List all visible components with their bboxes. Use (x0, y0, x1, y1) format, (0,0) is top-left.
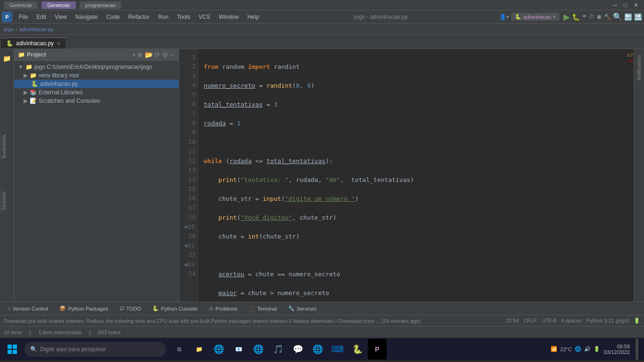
tree-item-adivinhacao[interactable]: 🐍 adivinhacao.py (14, 80, 179, 88)
bookmarks-label[interactable]: Bookmarks (0, 132, 8, 161)
project-view-icon[interactable]: 📁 (1, 53, 13, 64)
expand-icon-venv: ▶ (24, 72, 28, 79)
tree-item-ext-libs[interactable]: ▶ 📚 External Libraries (14, 88, 179, 97)
browser2-icon[interactable]: 🌐 (308, 339, 327, 360)
expand-icon-extlibs: ▶ (24, 89, 28, 96)
code-line-2: numero_secreto = randint(0, 9) (204, 81, 620, 90)
debug-button[interactable]: 🐛 (572, 13, 580, 21)
title-tab-1[interactable]: Gerenciar (4, 1, 38, 9)
search-button[interactable]: 🔍 (613, 12, 622, 21)
structure-label[interactable]: Structure (0, 189, 8, 214)
editor-area: 1 2 3 4 5 6 7 8 9 10 11 12 13 14 15 16 1… (179, 49, 634, 302)
menu-edit[interactable]: Edit (33, 13, 50, 21)
wifi-icon[interactable]: 📶 (551, 346, 557, 352)
expand-icon: ▼ (18, 64, 24, 70)
version-control-tab[interactable]: ⑂ Version Control (4, 305, 52, 313)
menu-file[interactable]: File (15, 13, 32, 21)
breadcrumb-file[interactable]: adivinhacao.py (19, 26, 53, 32)
tab-close-button[interactable]: ✕ (57, 41, 60, 46)
clock[interactable]: 09:58 03/12/2022 (604, 344, 630, 355)
start-button[interactable] (2, 339, 23, 360)
python-app-icon[interactable]: 🐍 (348, 339, 367, 360)
volume-icon[interactable]: 🔊 (584, 346, 591, 352)
tree-item-venv[interactable]: ▶ 📁 venv library root (14, 71, 179, 80)
tree-label-adivinhacao: adivinhacao.py (40, 81, 78, 87)
file-explorer-icon[interactable]: 📁 (190, 339, 208, 360)
todo-tab[interactable]: ☑ TODO (116, 304, 145, 313)
menu-code[interactable]: Code (102, 13, 124, 21)
branch-icon: ⑂ (8, 306, 11, 312)
build-button[interactable]: 🔨 (604, 14, 611, 20)
edge-icon[interactable]: 🌐 (209, 339, 228, 360)
taskbar-search[interactable]: 🔍 Digite aqui para pesquisar (25, 342, 166, 357)
terminal-tab[interactable]: ⬛ Terminal (245, 304, 281, 313)
back-button[interactable]: 🔙 (624, 13, 632, 21)
services-tab[interactable]: 🔧 Services (284, 304, 320, 313)
new-folder-btn[interactable]: 📂 (145, 51, 153, 58)
indent-setting[interactable]: 4 spaces (561, 318, 582, 324)
problems-tab[interactable]: ⚠ Problems (205, 304, 241, 313)
close-button[interactable]: ✕ (634, 2, 638, 8)
mail-icon[interactable]: 📧 (229, 339, 248, 360)
status-bar-bottom: 10 itens | 1 item selecionado | 843 byte… (0, 326, 644, 337)
vscode-icon[interactable]: ⌨ (328, 339, 347, 360)
run-config-dropdown[interactable]: 🐍 adivinhacao ▾ (511, 13, 560, 21)
account-icon[interactable]: 👤▾ (499, 14, 509, 20)
tree-item-scratches[interactable]: ▶ 📝 Scratches and Consoles (14, 97, 179, 105)
new-file-btn[interactable]: ⊕ (137, 51, 143, 58)
battery-icon[interactable]: 🔋 (594, 346, 600, 352)
line-ending[interactable]: CRLF (523, 318, 537, 324)
settings-btn[interactable]: ⚙ (162, 51, 168, 58)
menu-run[interactable]: Run (154, 13, 172, 21)
sync-btn[interactable]: ⟳ (155, 51, 160, 58)
code-line-10: chute = int(chute_str) (204, 232, 620, 241)
menu-view[interactable]: View (51, 13, 71, 21)
project-panel-header: 📁 Project ▾ ⊕ 📂 ⟳ ⚙ ─ (14, 49, 179, 61)
spotify-icon[interactable]: 🎵 (269, 339, 288, 360)
forward-button[interactable]: 🔜 (634, 13, 642, 21)
python-console-tab[interactable]: 🐍 Python Console (149, 304, 201, 313)
title-tab-2[interactable]: Gerenciar (41, 1, 75, 9)
menu-window[interactable]: Window (215, 13, 243, 21)
discord-icon[interactable]: 💬 (289, 339, 307, 360)
python-packages-tab[interactable]: 📦 Python Packages (56, 304, 112, 313)
tree-label-venv: venv library root (39, 72, 79, 79)
code-line-12: acertou = chute == numero_secreto (204, 270, 620, 279)
line-col[interactable]: 23:54 (506, 318, 519, 324)
maximize-button[interactable]: □ (624, 2, 627, 8)
menu-tools[interactable]: Tools (173, 13, 194, 21)
main-layout: 📁 Bookmarks Structure 📁 Project ▾ ⊕ 📂 ⟳ … (0, 49, 644, 302)
network-icon[interactable]: 🌐 (575, 346, 581, 352)
weather-info: 22°C (560, 346, 572, 352)
menu-vcs[interactable]: VCS (195, 13, 214, 21)
profile-button[interactable]: ⏱ (589, 14, 594, 20)
status-message: Download pre-built shared indexes: Reduc… (4, 318, 500, 324)
py-file-icon: 🐍 (31, 81, 38, 87)
tree-item-jogo[interactable]: ▼ 📁 jogo C:\Users\Erick\Desktop\programa… (14, 63, 179, 71)
file-tab-adivinhacao[interactable]: 🐍 adivinhacao.py ✕ (0, 38, 66, 49)
encoding[interactable]: UTF-8 (542, 318, 556, 324)
menu-navigate[interactable]: Navigate (72, 13, 101, 21)
python-icon: 🐍 (152, 305, 159, 312)
title-tab-3[interactable]: programacao (80, 1, 122, 9)
run-button[interactable]: ▶ (563, 12, 570, 22)
selected-count: 1 item selecionado (38, 329, 82, 335)
task-view-button[interactable]: ⧉ (170, 339, 189, 360)
show-desktop-button[interactable] (636, 339, 638, 360)
pycharm-icon[interactable]: P (368, 339, 387, 360)
search-icon: 🔍 (30, 346, 37, 353)
chrome-icon[interactable]: 🌐 (249, 339, 268, 360)
breadcrumb-project[interactable]: jogo (4, 26, 14, 32)
python-version[interactable]: Python 3.11 (jogo) (586, 318, 629, 324)
svg-rect-0 (8, 345, 12, 349)
warning-indicator: ⚠7 ✓24 (626, 53, 634, 63)
code-editor[interactable]: from random import randint numero_secret… (198, 49, 626, 302)
stop-button[interactable]: ⏹ (596, 14, 602, 20)
coverage-button[interactable]: ☂ (582, 14, 587, 20)
collapse-btn[interactable]: ─ (170, 51, 175, 58)
time-display: 09:58 (604, 344, 630, 349)
notifications-tab[interactable]: Notifications (636, 51, 643, 84)
minimize-button[interactable]: ─ (613, 2, 617, 8)
menu-help[interactable]: Help (244, 13, 263, 21)
menu-refactor[interactable]: Refactor (124, 13, 153, 21)
